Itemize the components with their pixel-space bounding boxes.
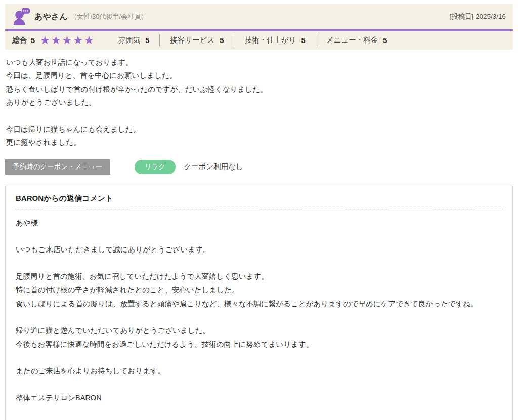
rating-overall-value: 5	[31, 36, 35, 45]
rating-item-service: 接客サービス 5	[159, 34, 234, 46]
post-date: [投稿日] 2025/3/16	[449, 12, 506, 21]
reviewer-profile: （女性/30代後半/会社員）	[71, 12, 148, 21]
reviewer-avatar-icon	[12, 8, 30, 25]
rating-item-label: 接客サービス	[170, 35, 214, 45]
rating-item-atmosphere: 雰囲気 5	[108, 34, 160, 46]
rating-item-value: 5	[301, 36, 306, 45]
rating-item-label: 雰囲気	[118, 35, 141, 45]
rating-overall: 総合 5 ★★★★★	[12, 35, 95, 46]
review-body-text: いつも大変お世話になっております。 今回は、足腰周りと、首を中心にお願いしました…	[5, 56, 513, 149]
reply-title: BARONからの返信コメント	[16, 194, 502, 209]
coupon-row: 予約時のクーポン・メニュー リラク クーポン利用なし	[5, 159, 513, 175]
rating-item-value: 5	[220, 36, 224, 45]
rating-item-skill: 技術・仕上がり 5	[234, 34, 315, 46]
rating-item-value: 5	[383, 36, 387, 45]
review-card: あやさん （女性/30代後半/会社員） [投稿日] 2025/3/16 総合 5…	[5, 4, 513, 420]
reviewer-name: あやさん	[34, 12, 68, 22]
salon-reply-box: BARONからの返信コメント あや様 いつもご来店いただきまして誠にありがとうご…	[5, 186, 513, 420]
rating-item-value: 5	[145, 36, 149, 45]
coupon-usage-text: クーポン利用なし	[184, 162, 243, 172]
rating-item-price: メニュー・料金 5	[316, 34, 398, 46]
coupon-menu-label: 予約時のクーポン・メニュー	[5, 159, 110, 175]
ratings-bar: 総合 5 ★★★★★ 雰囲気 5 接客サービス 5 技術・仕上がり 5 メニュー…	[5, 31, 513, 50]
star-rating-icons: ★★★★★	[40, 35, 95, 46]
category-badge: リラク	[135, 160, 176, 174]
review-header: あやさん （女性/30代後半/会社員） [投稿日] 2025/3/16	[5, 4, 513, 31]
reply-body-text: あや様 いつもご来店いただきまして誠にありがとうございます。 足腰周りと首の施術…	[16, 216, 502, 420]
rating-item-label: 技術・仕上がり	[244, 35, 296, 45]
rating-item-label: メニュー・料金	[326, 35, 378, 45]
rating-overall-label: 総合	[12, 35, 27, 45]
